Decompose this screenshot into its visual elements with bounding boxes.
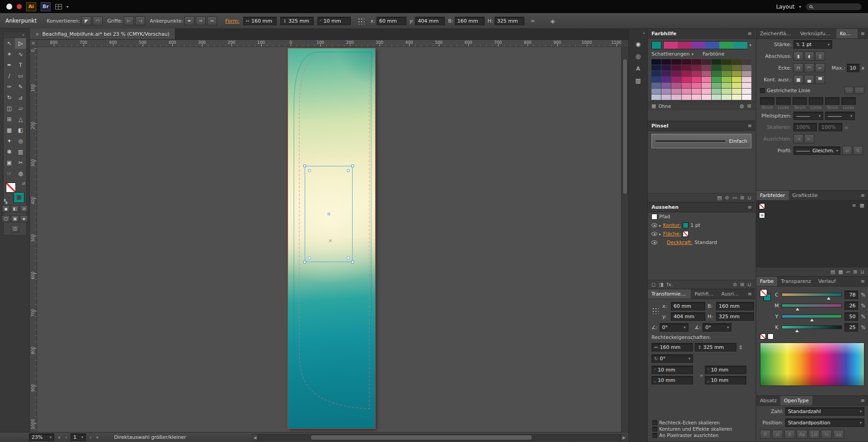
position-dropdown[interactable]: Standardposition▾ xyxy=(785,418,864,427)
transform-x-field[interactable]: 60 mm xyxy=(671,302,705,310)
dash-preserve-icon[interactable]: ‒‒ xyxy=(844,87,853,94)
live-corner-widget[interactable] xyxy=(308,256,311,259)
brush-options-icon[interactable]: ▭ xyxy=(731,195,738,201)
shape-width-field[interactable]: ↔160 mm xyxy=(243,17,277,25)
color-swatch[interactable] xyxy=(682,59,691,65)
variation-mode-caret-icon[interactable]: ▾ xyxy=(691,52,693,56)
stroke-center-icon[interactable]: ■ xyxy=(793,75,803,84)
color-swatch[interactable] xyxy=(712,59,721,65)
color-swatch[interactable] xyxy=(682,83,691,88)
transform-tab-transformieren[interactable]: Transformieren xyxy=(648,289,691,299)
dash-value-field[interactable] xyxy=(809,97,823,105)
color-swatch[interactable] xyxy=(712,65,721,71)
dashed-line-checkbox[interactable] xyxy=(760,88,765,93)
color-swatch[interactable] xyxy=(722,83,731,88)
remove-brush-stroke-icon[interactable]: ⊘ xyxy=(724,195,730,201)
stroke-inside-icon[interactable]: ▄ xyxy=(804,75,814,84)
channel-slider[interactable] xyxy=(782,325,842,329)
color-swatch[interactable] xyxy=(661,94,671,100)
panel-menu-icon[interactable]: ≡ xyxy=(745,29,755,38)
color-swatch[interactable] xyxy=(732,77,741,82)
color-swatch[interactable] xyxy=(712,89,721,94)
color-swatch[interactable] xyxy=(702,65,711,71)
checkbox[interactable] xyxy=(652,427,657,432)
brush-libraries-icon[interactable]: ▤ xyxy=(716,195,722,201)
panel-menu-icon[interactable]: ≡ xyxy=(858,277,868,286)
figure-dropdown[interactable]: Standardzahl▾ xyxy=(785,407,864,416)
rect-height-field[interactable]: ↕325 mm xyxy=(695,343,736,352)
horizontal-ruler[interactable]: 8007006005004003002001000100200300400500… xyxy=(37,40,621,47)
gradient-tool[interactable]: ◧ xyxy=(15,125,26,136)
none-swatch[interactable] xyxy=(759,203,765,209)
dash-value-field[interactable] xyxy=(793,97,807,105)
zoom-level-dropdown[interactable]: 23%▾ xyxy=(29,433,54,441)
artboard-number-field[interactable]: 1▾ xyxy=(71,433,86,441)
shape-builder-tool[interactable]: ⊞ xyxy=(4,114,15,125)
color-swatch[interactable] xyxy=(742,94,751,100)
horizontal-scrollbar-thumb[interactable] xyxy=(311,435,532,440)
registration-swatch[interactable]: ⊕ xyxy=(759,212,765,218)
white-color-swatch[interactable] xyxy=(768,334,774,339)
draw-normal-button[interactable]: ▢ xyxy=(2,215,10,222)
y-field[interactable]: 404 mm xyxy=(415,17,445,25)
slider-marker[interactable] xyxy=(795,328,799,332)
projecting-cap-icon[interactable]: ▯ xyxy=(815,52,825,61)
mesh-tool[interactable]: ▦ xyxy=(4,125,15,136)
cut-path-icon[interactable]: ✂ xyxy=(207,16,217,25)
corner-handle[interactable] xyxy=(351,261,354,263)
link-corners-icon[interactable]: ∞ xyxy=(699,373,703,378)
swap-fill-stroke-icon[interactable]: ⇄ xyxy=(21,181,26,186)
transform-options-icon[interactable]: ◈ xyxy=(550,18,556,24)
slider-marker[interactable] xyxy=(796,306,799,310)
ordinals-icon[interactable]: 1st xyxy=(809,430,820,439)
stroke-color-swatch[interactable] xyxy=(683,222,689,228)
zeichen-panel-icon[interactable]: A xyxy=(636,65,640,72)
swatches-list[interactable]: ⊕ ≡▦ xyxy=(756,201,868,267)
panel-menu-icon[interactable]: ≡ xyxy=(858,29,868,38)
panel-menu-icon[interactable]: ≡ xyxy=(745,289,755,299)
stroke-row[interactable]: ▸ Kontur: 1 pt xyxy=(651,222,751,228)
round-join-icon[interactable]: ◠ xyxy=(804,63,814,72)
eyedropper-tool[interactable]: ✦ xyxy=(4,136,15,146)
color-swatch[interactable] xyxy=(671,59,681,65)
hand-tool[interactable]: ☞ xyxy=(4,168,15,179)
dash-value-field[interactable] xyxy=(841,97,856,105)
color-swatch[interactable] xyxy=(651,94,661,100)
reference-point-icon[interactable] xyxy=(357,17,364,24)
color-swatch[interactable] xyxy=(661,83,671,88)
collapse-toolbar-icon[interactable]: « xyxy=(4,32,26,38)
variation-mode-dropdown[interactable]: Schattierungen xyxy=(651,51,689,57)
base-color-swatch[interactable] xyxy=(651,41,661,49)
color-tab-farbe[interactable]: Farbe xyxy=(756,277,777,286)
color-spectrum[interactable] xyxy=(760,343,864,386)
corner-radius-field[interactable]: ◜10 mm xyxy=(651,366,693,374)
channel-value-field[interactable]: 25 xyxy=(844,323,858,332)
contextual-alternates-icon[interactable]: Aa xyxy=(797,430,807,439)
fill-color-swatch[interactable] xyxy=(683,231,689,237)
swatches-tab-grafikstile[interactable]: Grafikstile xyxy=(789,191,821,200)
transform-width-field[interactable]: 160 mm xyxy=(716,302,754,310)
color-group-swatch[interactable] xyxy=(705,42,719,49)
scroll-right-icon[interactable]: ▶ xyxy=(621,434,627,441)
vertical-scrollbar[interactable] xyxy=(621,47,628,432)
ligatures-icon[interactable]: fi xyxy=(760,430,771,439)
brush-item[interactable]: Einfach xyxy=(651,134,751,148)
swatch-group-icon[interactable]: ▱ xyxy=(845,269,851,275)
miter-join-icon[interactable]: ⊓ xyxy=(793,63,803,72)
color-tab-verlauf[interactable]: Verlauf xyxy=(815,277,840,286)
duplicate-item-icon[interactable]: ⊞ xyxy=(739,282,745,287)
perspective-grid-tool[interactable]: △ xyxy=(15,114,26,125)
search-input[interactable] xyxy=(806,3,862,10)
delete-brush-icon[interactable]: ⊔ xyxy=(746,195,752,201)
stylistic-alternates-icon[interactable]: aa xyxy=(833,430,844,439)
color-swatch[interactable] xyxy=(671,94,681,100)
color-swatch[interactable] xyxy=(671,77,681,82)
slider-marker[interactable] xyxy=(810,317,814,321)
color-swatch[interactable] xyxy=(671,71,681,76)
channel-value-field[interactable]: 50 xyxy=(844,312,858,321)
color-swatch[interactable] xyxy=(671,83,681,88)
info-panel-icon[interactable]: ◎ xyxy=(636,53,641,60)
color-tab-transparenz[interactable]: Transparenz xyxy=(777,277,815,286)
stroke-color-well[interactable] xyxy=(14,193,24,202)
bridge-button[interactable]: Br xyxy=(41,2,51,11)
